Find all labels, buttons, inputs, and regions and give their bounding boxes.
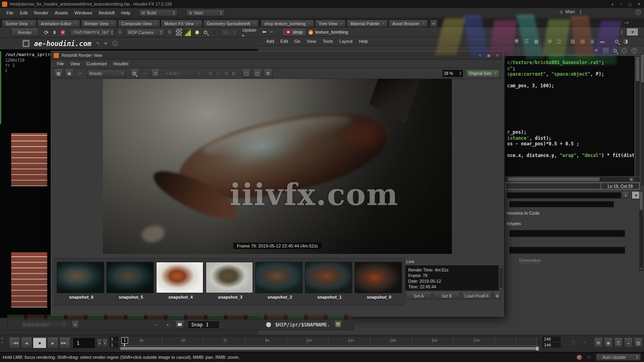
fullscreen-button[interactable]: ⧉ — [264, 69, 273, 78]
wrench-icon[interactable]: 🛠 — [514, 38, 519, 44]
jump-start-button[interactable]: ❘◀◀ — [9, 338, 20, 348]
pane-tab[interactable]: Render View× — [81, 20, 117, 27]
snapshot-thumbnail[interactable] — [206, 262, 253, 293]
pane-tab[interactable]: Tree View× — [315, 20, 346, 27]
pane-tab[interactable]: Geometry Spreadsheet× — [203, 20, 259, 27]
window-restore-icon[interactable]: ∧ — [611, 2, 614, 6]
render-image[interactable]: Frame 79: 2019-05-12 22:45:44 (4m:52s) — [103, 79, 452, 254]
region-crop-button[interactable]: ⊡ — [151, 69, 160, 78]
editor-magnify-icon[interactable] — [613, 49, 617, 52]
network-menu-item[interactable]: Add — [263, 39, 277, 44]
range-start-fields[interactable]: 1 1 — [110, 336, 118, 348]
shading-selector[interactable]: Sh... ▲▼ — [221, 28, 239, 36]
active-render-dropdown[interactable]: Active Render ▲▼ — [20, 321, 68, 328]
window-maximize-icon[interactable]: ▢ — [628, 2, 632, 6]
snapshot-camera-button[interactable] — [130, 69, 139, 78]
snapshot-save-button[interactable] — [334, 321, 342, 328]
stop-render-icon[interactable]: ✕ — [60, 30, 65, 35]
info-icon[interactable]: i — [112, 41, 118, 46]
parm-field[interactable] — [509, 201, 614, 207]
pointer-mode-button[interactable]: ➤ — [626, 28, 638, 36]
copy-rop-icon[interactable]: ⎘ — [118, 30, 122, 35]
move-icon[interactable]: ✛ — [104, 41, 108, 46]
postfx-settings-button[interactable]: ⚙ — [494, 292, 501, 299]
clipboard-button[interactable]: ▥ — [634, 338, 643, 348]
pane-tab[interactable]: Animation Editor× — [37, 20, 80, 27]
bucket-selector[interactable]: < Auto > ▼ — [163, 69, 203, 77]
render-ipr-button[interactable]: ◉ — [65, 69, 74, 78]
snapshot-item[interactable]: snapshot_0 — [355, 262, 403, 300]
nav-forward-icon[interactable]: ➡ — [269, 29, 273, 35]
menu-item[interactable]: File — [3, 10, 17, 15]
network-menu-item[interactable]: Layout — [336, 39, 356, 44]
code-vscrollbar[interactable] — [636, 56, 640, 176]
snapshot-take-button[interactable] — [175, 321, 184, 328]
pane-menu-icon[interactable]: ▪ ▾ — [624, 21, 628, 25]
editor-info-icon[interactable]: ! — [622, 48, 627, 53]
snowflake-icon[interactable]: ✳ — [594, 48, 598, 53]
rsview-menu-item[interactable]: Customize — [83, 61, 110, 66]
live-scrollbar[interactable]: ▲▼ — [499, 265, 503, 290]
path-spinner-icon[interactable]: ▲▼ — [619, 30, 623, 34]
pane-vscrollbar[interactable] — [641, 54, 644, 186]
range-handle[interactable] — [535, 346, 539, 351]
auto-update-dropdown[interactable]: Auto Update ▲▼ — [596, 354, 641, 361]
pane-tab[interactable]: shop texture_bombing× — [261, 20, 314, 27]
playback-mode-button[interactable]: ◉ — [604, 338, 613, 348]
network-magnify-icon[interactable] — [615, 40, 618, 43]
image-note-icon[interactable]: ▤ — [571, 38, 575, 44]
menu-item[interactable]: Help — [118, 10, 134, 15]
help-icon[interactable]: ? — [636, 10, 641, 15]
set-a-button[interactable]: Set A — [405, 292, 432, 299]
snapshot-item[interactable]: snapshot_4 — [156, 262, 205, 300]
image-plane-icon[interactable]: ▣ — [590, 38, 594, 44]
split-table-icon[interactable]: ◫ — [557, 38, 561, 44]
prev-frame-button[interactable]: ◀ — [21, 338, 32, 348]
code-hscrollbar[interactable]: ▶ — [505, 177, 640, 181]
refresh-icon[interactable]: ⟳ — [44, 29, 49, 36]
parm-field[interactable] — [509, 247, 625, 254]
pane-tab[interactable]: Asset Browser× — [389, 20, 428, 27]
aov-selector[interactable]: beauty ▼ — [87, 69, 126, 77]
playback-options-button[interactable]: ☰ — [614, 338, 623, 348]
keyframe-icon[interactable]: ⚿ — [572, 339, 576, 346]
timeline-ruler[interactable]: 24487296120144168192216 1 — [120, 336, 538, 346]
global-range-bar[interactable] — [120, 347, 538, 350]
update-menu[interactable]: Update ▶ — [242, 28, 258, 37]
pane-menu-icon[interactable]: ▪ ▾ — [245, 21, 249, 25]
grid-icon[interactable]: ▦ — [534, 38, 538, 44]
pane-tab[interactable]: Motion FX View× — [161, 20, 203, 27]
editor-help-icon[interactable]: ? — [632, 48, 637, 53]
foreground-toggle-button[interactable]: ◫ — [253, 69, 262, 78]
copy-camera-icon[interactable]: ⎘ — [168, 30, 172, 35]
rsview-pin-icon[interactable]: ✛ — [478, 53, 481, 58]
snapshot-thumbnail[interactable] — [156, 262, 203, 293]
zoom-in-button[interactable]: + — [166, 322, 169, 327]
network-menu-item[interactable]: Tools — [319, 39, 336, 44]
range-end-fields[interactable]: 240 240 — [542, 336, 561, 348]
snapshot-thumbnail[interactable] — [355, 262, 402, 293]
playbar-options-icon[interactable]: ▾ — [2, 341, 3, 344]
snapshot-list-button[interactable]: ≡ — [72, 321, 79, 328]
render-button[interactable]: Render — [11, 28, 38, 36]
snapshot-thumbnail[interactable] — [57, 262, 104, 293]
pane-tab[interactable]: Composite View× — [118, 20, 160, 27]
snapshot-path[interactable]: $HIP/ipr/$SNAPNAME. — [275, 322, 330, 328]
sticky-note-icon[interactable]: ▤ — [580, 38, 585, 44]
background-toggle-button[interactable]: ▢ — [242, 69, 251, 78]
select-cursor-icon[interactable]: ↖ — [96, 41, 100, 46]
snapshot-thumbnail[interactable] — [106, 262, 154, 293]
parm-field[interactable] — [509, 230, 625, 237]
frame-dec-button[interactable]: ◂ — [97, 339, 102, 347]
checker-toggle[interactable] — [175, 28, 183, 36]
pane-link-icon[interactable]: ◨ — [624, 38, 628, 44]
restart-icon[interactable]: ⟳ — [78, 70, 82, 76]
playhead-marker[interactable]: 1 — [121, 337, 128, 344]
render-flipbook-button[interactable]: ⊞ — [594, 338, 603, 348]
jump-end-button[interactable]: ▶▶❘ — [59, 338, 70, 348]
snapshot-item[interactable]: snapshot_2 — [255, 262, 304, 300]
lightbulb-icon[interactable] — [195, 30, 199, 34]
parm-dropdown-icon[interactable]: ▼ — [622, 192, 629, 199]
display-size-dropdown[interactable]: Original Size ▼ — [466, 70, 499, 77]
desktop-dropdown[interactable]: ⊕ Main ▲▼ — [186, 9, 225, 16]
